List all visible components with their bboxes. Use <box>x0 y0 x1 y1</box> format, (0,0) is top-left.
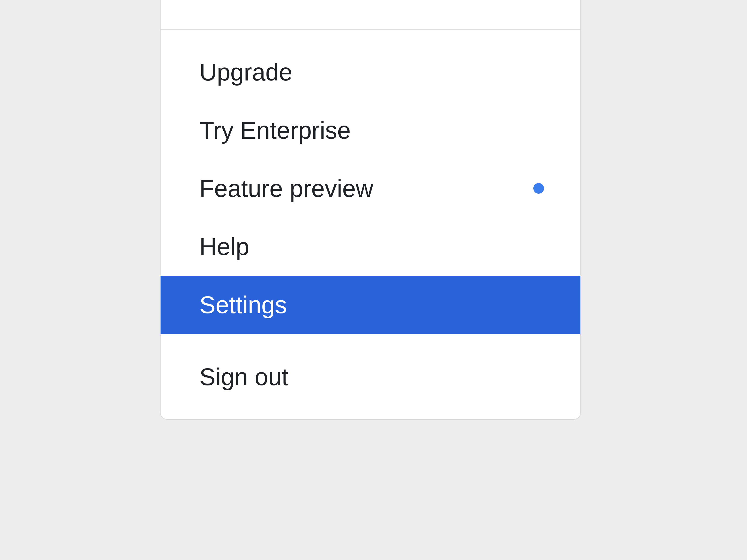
indicator-dot-icon <box>533 183 544 194</box>
menu-item-label: Upgrade <box>199 56 292 88</box>
menu-item-sign-out[interactable]: Sign out <box>160 348 581 406</box>
menu-item-upgrade[interactable]: Upgrade <box>160 43 581 101</box>
menu-section-top <box>160 0 581 30</box>
menu-item-label: Try Enterprise <box>199 114 351 146</box>
menu-item-label: Feature preview <box>199 172 373 204</box>
menu-item-label: Settings <box>199 289 287 320</box>
menu-item-try-enterprise[interactable]: Try Enterprise <box>160 101 581 159</box>
menu-item-label: Help <box>199 231 249 262</box>
menu-item-help[interactable]: Help <box>160 217 581 276</box>
menu-section-main: Upgrade Try Enterprise Feature preview H… <box>160 30 581 334</box>
menu-item-settings[interactable]: Settings <box>160 276 581 334</box>
menu-item-label: Sign out <box>199 361 288 393</box>
menu-item-feature-preview[interactable]: Feature preview <box>160 159 581 217</box>
menu-section-bottom: Sign out <box>160 334 581 419</box>
user-menu-panel: Upgrade Try Enterprise Feature preview H… <box>160 0 581 420</box>
